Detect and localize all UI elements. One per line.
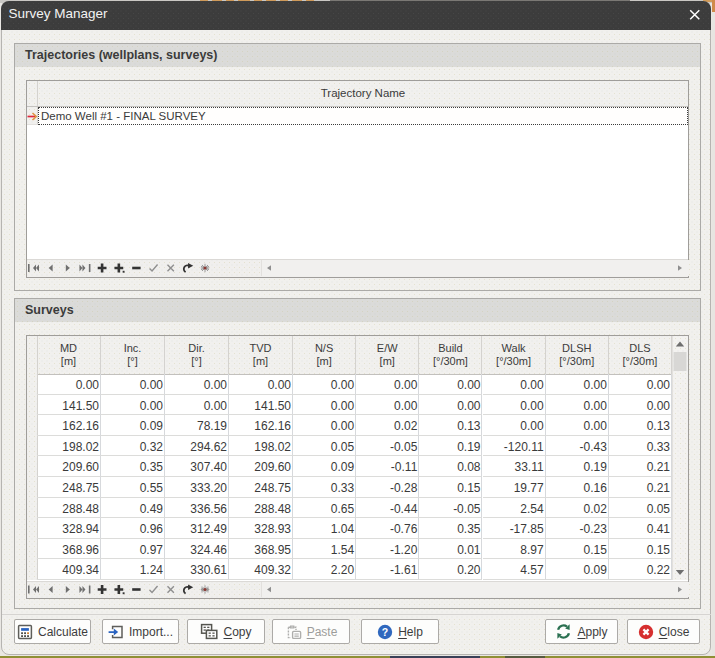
- svg-text:?: ?: [382, 625, 388, 637]
